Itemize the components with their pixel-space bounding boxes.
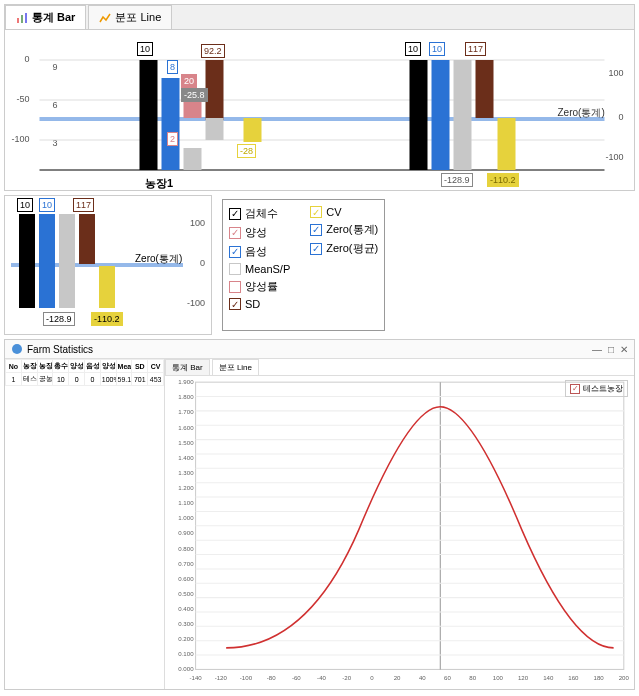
val-g1-cv: -28 [237,144,256,158]
table-header[interactable]: 총수 [53,360,69,373]
table-cell: 0 [84,373,100,386]
table-header[interactable]: CV [148,360,164,373]
legend-item[interactable]: ✓음성 [229,244,290,259]
x-tick: 0 [370,674,374,681]
table-header[interactable]: SD [132,360,148,373]
y-tick: 0.600 [178,575,194,582]
table-header[interactable]: MeanS/P [116,360,132,373]
legend-label: CV [326,206,341,218]
table-header[interactable]: 양성 [69,360,85,373]
data-grid-panel: No농장명농장주총수양성음성양성률MeanS/PSDCV 1테스트농장공농장10… [5,359,165,689]
legend-item[interactable]: ✓양성 [229,225,290,240]
mini-v1: 10 [17,198,33,212]
lower-tab-line[interactable]: 분포 Line [212,359,259,375]
distribution-line-chart: ✓ 테스트농장 [165,376,634,694]
table-cell: 59.1 [116,373,132,386]
table-cell: 453 [148,373,164,386]
zero-line-label: Zero(통계) [558,107,605,118]
svg-rect-10 [162,78,180,170]
legend-label: MeanS/P [245,263,290,275]
val-g2-sd: 117 [465,42,486,56]
table-cell: 공농장 [37,373,53,386]
svg-rect-15 [244,118,262,142]
x-tick: -20 [342,674,351,681]
val-g2-pos: 10 [429,42,445,56]
val-g2-count: 10 [405,42,421,56]
svg-rect-29 [79,214,95,264]
bar-chart-area: 0 -50 -100 9 6 3 100 0 -100 Zero(통계) [5,30,634,190]
window-title: Farm Statistics [27,344,93,355]
mini-barchart: 100 0 -100 Zero(통계) 10 10 117 -128.9 -11… [4,195,212,335]
table-header[interactable]: 음성 [84,360,100,373]
svg-rect-28 [59,214,75,308]
checkbox-icon: ✓ [229,246,241,258]
checkbox-icon [229,281,241,293]
svg-text:100: 100 [190,218,205,228]
x-tick: 160 [568,674,579,681]
legend-item[interactable]: ✓Zero(평균) [310,241,378,256]
x-tick: 180 [594,674,605,681]
y-tick: 1.700 [178,408,194,415]
legend-item[interactable]: ✓CV [310,206,378,218]
x-tick: -80 [267,674,276,681]
line-chart-icon [99,12,111,24]
svg-rect-19 [476,60,494,118]
x-tick: -100 [240,674,253,681]
farm-data-table: No농장명농장주총수양성음성양성률MeanS/PSDCV 1테스트농장공농장10… [5,359,164,386]
val-g1-sd: 92.2 [201,44,225,58]
series-legend[interactable]: ✓ 테스트농장 [565,380,628,397]
y-tick: 1.900 [178,378,194,385]
y-tick: 1.200 [178,484,194,491]
tab-dist-line-label: 분포 Line [115,10,161,25]
axis-inner-6: 6 [52,100,57,110]
table-cell: 1 [6,373,22,386]
legend-label: Zero(평균) [326,241,378,256]
minimize-button[interactable]: — [592,344,602,355]
x-tick: 200 [619,674,630,681]
legend-item[interactable]: ✓SD [229,298,290,310]
legend-label: SD [245,298,260,310]
table-header[interactable]: 농장주 [37,360,53,373]
y-tick: 0.700 [178,560,194,567]
group1-label: 농장1 [145,176,173,191]
axis-right-0: 0 [618,112,623,122]
lower-tab-bar[interactable]: 통계 Bar [165,359,210,375]
y-tick: 0.800 [178,545,194,552]
table-header[interactable]: 농장명 [21,360,37,373]
axis-left-100: -100 [11,134,29,144]
axis-right-100: 100 [608,68,623,78]
bar-chart-icon [16,12,28,24]
mini-zero-label: Zero(통계) [135,253,182,264]
y-tick: 1.600 [178,424,194,431]
svg-rect-9 [140,60,158,170]
legend-item[interactable]: MeanS/P [229,263,290,275]
legend-item[interactable]: ✓Zero(통계) [310,222,378,237]
svg-rect-16 [410,60,428,170]
checkbox-icon: ✓ [229,227,241,239]
y-tick: 0.900 [178,529,194,536]
x-tick: 140 [543,674,554,681]
y-tick: 1.000 [178,514,194,521]
axis-left-50: -50 [16,94,29,104]
tab-dist-line[interactable]: 분포 Line [88,5,172,29]
table-header[interactable]: No [6,360,22,373]
legend-item[interactable]: ✓검체수 [229,206,290,221]
maximize-button[interactable]: □ [608,344,614,355]
tab-stats-bar[interactable]: 통계 Bar [5,5,86,29]
table-row[interactable]: 1테스트농장공농장1000100%59.1701453 [6,373,164,386]
axis-right-n100: -100 [605,152,623,162]
mini-v5: -110.2 [91,312,123,326]
x-tick: 80 [469,674,476,681]
svg-rect-11 [184,148,202,170]
legend-item[interactable]: 양성률 [229,279,290,294]
x-tick: -60 [292,674,301,681]
close-button[interactable]: ✕ [620,344,628,355]
svg-rect-2 [25,13,27,23]
table-header[interactable]: 양성률 [100,360,116,373]
table-cell: 100% [100,373,116,386]
checkbox-icon [229,263,241,275]
y-tick: 1.400 [178,454,194,461]
checkbox-icon: ✓ [229,298,241,310]
y-tick: 0.400 [178,605,194,612]
svg-text:-100: -100 [187,298,205,308]
